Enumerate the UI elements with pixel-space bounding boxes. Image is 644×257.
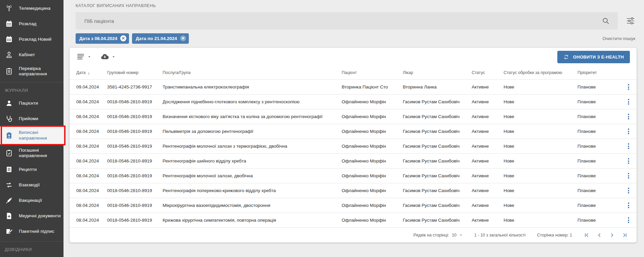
sidebar-item[interactable]: Перевірка направлення — [0, 63, 63, 80]
cell-doctor: Гасимов Рустам Сахибовіч — [403, 218, 472, 223]
close-icon[interactable]: ✕ — [180, 35, 186, 41]
sidebar: ТелемедицинаРозкладРозклад НовийКабінетП… — [0, 0, 63, 257]
cell-service: Транстимпанальна електрокохлеографія — [163, 84, 342, 89]
row-menu-kebab-icon[interactable] — [627, 171, 631, 181]
cell-patient: Офлайненко Морфін — [342, 158, 403, 163]
search-input[interactable] — [76, 12, 618, 30]
first-page-button[interactable] — [584, 232, 590, 238]
chevron-down-icon — [459, 233, 463, 237]
cell-priority: Планове — [577, 173, 618, 178]
sidebar-item[interactable]: Медичні документи — [0, 208, 63, 224]
cell-doctor: Гасимов Рустам Сахибовіч — [403, 129, 472, 134]
refresh-ehealth-button[interactable]: ОНОВИТИ З E-HEALTH — [557, 51, 630, 63]
search-row — [76, 12, 635, 30]
rows-per-page-value: 10 — [452, 233, 457, 237]
cell-group: 0018-0546-2810-8919 — [107, 188, 163, 193]
cell-program-status: Нове — [504, 218, 577, 223]
column-header[interactable]: Пріоритет — [577, 70, 618, 75]
sidebar-item[interactable]: Розклад — [0, 16, 63, 32]
cell-group: 0018-0546-2810-8919 — [107, 203, 163, 208]
sidebar-section-header: ЖУРНАЛИ — [0, 84, 63, 96]
stethoscope-icon — [5, 114, 13, 123]
last-page-button[interactable] — [622, 232, 628, 238]
list-settings-button[interactable] — [76, 52, 92, 61]
column-header-label: Лікар — [403, 70, 413, 75]
search-icon[interactable] — [602, 17, 610, 25]
sidebar-item[interactable]: Кабінет — [0, 47, 63, 63]
row-menu-kebab-icon[interactable] — [627, 112, 631, 121]
sidebar-item-label: Погашені направлення — [19, 148, 61, 158]
previous-page-button[interactable] — [596, 232, 602, 238]
row-menu-kebab-icon[interactable] — [627, 215, 631, 225]
filter-chip[interactable]: Дата з 08.04.2024✕ — [76, 33, 129, 44]
row-menu-kebab-icon[interactable] — [627, 82, 631, 92]
cell-patient: Офлайненко Морфін — [342, 173, 403, 178]
rows-per-page-label: Рядків на сторінці: — [413, 233, 449, 237]
page-title: КАТАЛОГ ВИПИСАНИХ НАПРАВЛЕНЬ — [70, 3, 637, 9]
cell-priority: Планове — [577, 218, 618, 223]
sidebar-item[interactable]: Взаємодії — [0, 177, 63, 193]
close-icon[interactable]: ✕ — [120, 35, 126, 41]
transfer-arrows-icon — [5, 181, 13, 189]
sidebar-item[interactable]: Розклад Новий — [0, 32, 63, 47]
sidebar-item-label: Пацієнти — [19, 101, 38, 106]
cell-date: 08.04.2024 — [76, 158, 107, 163]
cell-patient: Офлайненко Морфін — [342, 203, 403, 208]
clipboard-icon — [5, 67, 13, 76]
export-download-button[interactable] — [100, 52, 116, 61]
column-header-label: Статус обробки за програмою — [504, 70, 562, 75]
cell-status: Активне — [472, 129, 504, 134]
row-menu-kebab-icon[interactable] — [627, 126, 631, 136]
cell-doctor: Гасимов Рустам Сахибовіч — [403, 99, 472, 104]
column-header-label: Груповий номер — [107, 70, 138, 75]
cell-service: Рентгенографія молочної залози, двобічна — [163, 173, 342, 178]
cell-patient: Офлайненко Морфін — [342, 129, 403, 134]
cell-doctor: Гасимов Рустам Сахибовіч — [403, 158, 472, 163]
rows-per-page-select[interactable]: 10 — [452, 233, 463, 237]
column-header[interactable]: Дата↓ — [76, 70, 107, 75]
cell-doctor: Гасимов Рустам Сахибовіч — [403, 173, 472, 178]
filter-sliders-icon[interactable] — [626, 16, 635, 26]
row-menu-kebab-icon[interactable] — [627, 186, 631, 195]
sidebar-item[interactable]: Пакетний підпис — [0, 224, 63, 239]
sync-icon — [563, 54, 569, 60]
cell-program-status: Нове — [504, 99, 577, 104]
sidebar-item[interactable]: Вакцинації — [0, 193, 63, 208]
sidebar-item[interactable]: Погашені направлення — [0, 144, 63, 162]
sidebar-item-label: Кабінет — [19, 52, 35, 58]
row-menu-kebab-icon[interactable] — [627, 97, 631, 107]
clear-search-link[interactable]: Очистити пошук — [602, 36, 635, 41]
column-header[interactable]: Статус — [472, 70, 504, 75]
cell-program-status: Нове — [504, 203, 577, 208]
doctor-icon — [5, 50, 13, 59]
sidebar-item[interactable]: Рецепти — [0, 162, 63, 177]
column-header[interactable]: Статус обробки за програмою — [504, 70, 577, 75]
row-menu-kebab-icon[interactable] — [627, 156, 631, 166]
sort-desc-icon[interactable]: ↓ — [88, 70, 90, 75]
sidebar-item[interactable]: Прийоми — [0, 111, 63, 126]
sidebar-item[interactable]: Телемедицина — [0, 1, 63, 16]
refresh-button-label: ОНОВИТИ З E-HEALTH — [573, 54, 624, 60]
column-header-label: Пріоритет — [577, 70, 597, 75]
filter-chip[interactable]: Дата по 21.04.2024✕ — [132, 33, 189, 44]
table-body: 09.04.20243581-4245-2736-9917Транстимпан… — [70, 79, 637, 227]
row-menu-kebab-icon[interactable] — [627, 200, 631, 210]
cell-service: Крижова хірургічна симпатектомія, повтор… — [163, 218, 342, 223]
cell-date: 08.04.2024 — [76, 144, 107, 149]
column-header[interactable]: Груповий номер — [107, 70, 163, 75]
sidebar-item[interactable]: Пацієнти — [0, 96, 63, 111]
row-menu-kebab-icon[interactable] — [627, 141, 631, 151]
cell-program-status: Нове — [504, 129, 577, 134]
table-row: 08.04.20240018-0546-2810-8919Рентгеногра… — [70, 139, 637, 153]
column-header[interactable]: Лікар — [403, 70, 472, 75]
table-row: 08.04.20240018-0546-2810-8919Визначення … — [70, 109, 637, 124]
column-header[interactable]: Пацієнт — [342, 70, 403, 75]
next-page-button[interactable] — [609, 232, 615, 238]
cell-date: 08.04.2024 — [76, 218, 107, 223]
cell-status: Активне — [472, 173, 504, 178]
sidebar-item[interactable]: Виписані направлення — [0, 126, 63, 144]
cell-doctor: Гасимов Рустам Сахибовіч — [403, 114, 472, 119]
cell-status: Активне — [472, 158, 504, 163]
column-header[interactable]: Послуга/Група — [163, 70, 342, 75]
column-header-label: Дата — [76, 70, 86, 75]
